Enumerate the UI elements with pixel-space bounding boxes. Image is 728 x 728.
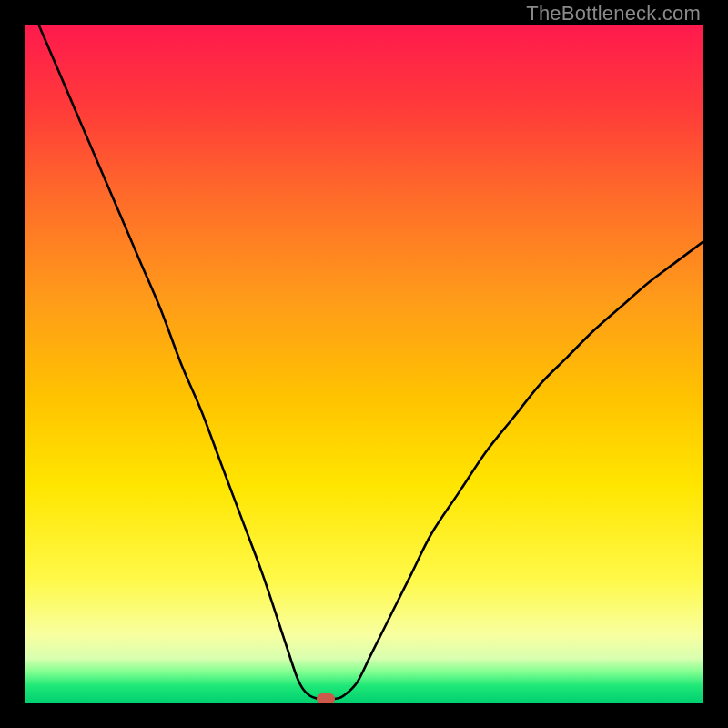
optimal-point-marker <box>317 693 335 703</box>
plot-area <box>25 25 703 703</box>
bottleneck-curve <box>25 25 703 703</box>
chart-frame: TheBottleneck.com <box>0 0 728 728</box>
watermark-text: TheBottleneck.com <box>526 2 701 25</box>
